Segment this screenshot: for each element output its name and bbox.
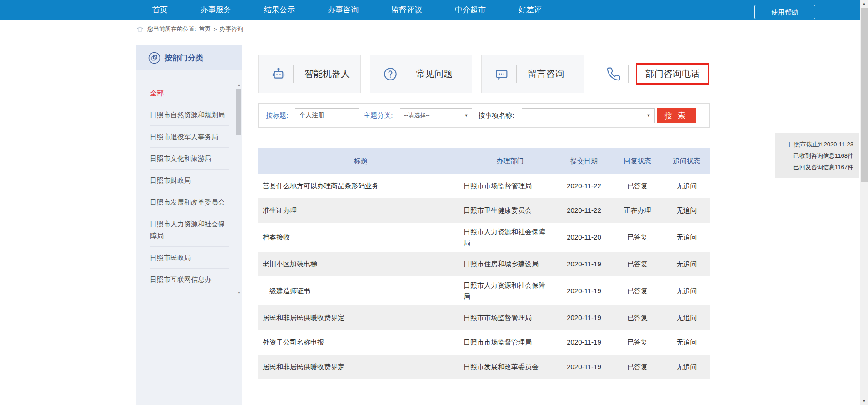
sidebar-item-7[interactable]: 日照市民政局 — [150, 247, 229, 269]
phone-icon — [606, 67, 621, 81]
page: 首页办事服务结果公示办事咨询监督评议中介超市好差评 使用帮助 您当前所在的位置:… — [0, 0, 868, 405]
table-row[interactable]: 二级建造师证书日照市人力资源和社会保障局2020-11-19已答复无追问 — [258, 276, 710, 305]
row-followup-status: 无追问 — [663, 305, 710, 330]
row-reply-status: 已答复 — [611, 276, 663, 305]
row-followup-status: 无追问 — [663, 174, 710, 198]
tab-label: 常见问题 — [416, 68, 453, 80]
topic-select[interactable]: --请选择-- ▼ — [400, 108, 472, 123]
sidebar-item-8[interactable]: 日照市互联网信息办 — [150, 269, 229, 290]
row-reply-status: 已答复 — [611, 330, 663, 355]
row-followup-status: 无追问 — [663, 276, 710, 305]
table-row[interactable]: 准生证办理日照市卫生健康委员会2020-11-22正在办理无追问 — [258, 198, 710, 223]
row-followup-status: 无追问 — [663, 198, 710, 223]
topic-select-value: --请选择-- — [404, 111, 429, 120]
table-row[interactable]: 莒县什么地方可以办理商品条形码业务日照市市场监督管理局2020-11-22已答复… — [258, 174, 710, 198]
row-department: 日照市卫生健康委员会 — [464, 198, 557, 223]
row-reply-status: 已答复 — [611, 174, 663, 198]
column-header: 追问状态 — [663, 148, 710, 174]
nav-item-6[interactable]: 好差评 — [519, 0, 542, 20]
sidebar-item-5[interactable]: 日照市发展和改革委员会 — [150, 191, 229, 213]
row-title[interactable]: 准生证办理 — [258, 198, 464, 223]
row-title[interactable]: 居民和非居民供暖收费界定 — [258, 355, 464, 379]
row-reply-status: 已答复 — [611, 223, 663, 252]
scroll-up-icon[interactable]: ▲ — [860, 0, 868, 8]
home-icon — [136, 25, 144, 33]
tab-label-highlighted: 部门咨询电话 — [636, 63, 709, 85]
row-reply-status: 已答复 — [611, 355, 663, 379]
consult-tab-row: 智能机器人 常见问题 留言咨询 — [258, 55, 710, 93]
row-date: 2020-11-20 — [557, 223, 611, 252]
table-row[interactable]: 档案接收日照市人力资源和社会保障局2020-11-20已答复无追问 — [258, 223, 710, 252]
page-scrollbar[interactable]: ▲ ▼ — [860, 0, 868, 405]
sidebar-scrollbar-thumb[interactable] — [236, 89, 241, 135]
title-filter-input[interactable] — [295, 108, 359, 123]
table-row[interactable]: 外资子公司名称申报日照市市场监督管理局2020-11-19已答复无追问 — [258, 330, 710, 355]
row-title[interactable]: 莒县什么地方可以办理商品条形码业务 — [258, 174, 464, 198]
sidebar-item-3[interactable]: 日照市文化和旅游局 — [150, 148, 229, 170]
question-icon — [383, 67, 398, 81]
column-header: 回复状态 — [611, 148, 663, 174]
table-row[interactable]: 居民和非居民供暖收费界定日照市市场监督管理局2020-11-19已答复无追问 — [258, 305, 710, 330]
breadcrumb-home[interactable]: 首页 — [199, 25, 211, 33]
sidebar-item-1[interactable]: 日照市自然资源和规划局 — [150, 104, 229, 126]
sidebar-department-list: 全部日照市自然资源和规划局日照市退役军人事务局日照市文化和旅游局日照市财政局日照… — [136, 70, 242, 300]
column-header: 标题 — [258, 148, 464, 174]
chevron-down-icon: ▼ — [464, 113, 468, 118]
tab-leave-message[interactable]: 留言咨询 — [481, 55, 584, 93]
help-button[interactable]: 使用帮助 — [754, 5, 815, 19]
sidebar-department-panel: 按部门分类 全部日照市自然资源和规划局日照市退役军人事务局日照市文化和旅游局日照… — [136, 45, 242, 405]
row-title[interactable]: 档案接收 — [258, 223, 464, 252]
consult-stats-box: 日照市截止到2020-11-23已收到咨询信息1168件已回复咨询信息1167件 — [775, 133, 859, 178]
item-select[interactable]: ▼ — [522, 108, 655, 123]
tab-label: 智能机器人 — [304, 68, 350, 80]
column-header: 办理部门 — [464, 148, 557, 174]
divider — [628, 65, 629, 83]
category-icon — [148, 52, 160, 64]
row-department: 日照市发展和改革委员会 — [464, 355, 557, 379]
row-date: 2020-11-22 — [557, 174, 611, 198]
table-header-row: 标题办理部门提交日期回复状态追问状态 — [258, 148, 710, 174]
row-date: 2020-11-19 — [557, 252, 611, 276]
row-followup-status: 无追问 — [663, 330, 710, 355]
sidebar-item-4[interactable]: 日照市财政局 — [150, 170, 229, 191]
scroll-down-icon[interactable]: ▼ — [860, 397, 868, 405]
breadcrumb-current[interactable]: 办事咨询 — [219, 25, 243, 33]
nav-item-1[interactable]: 办事服务 — [200, 0, 231, 20]
nav-item-4[interactable]: 监督评议 — [391, 0, 422, 20]
chevron-down-icon: ▼ — [647, 113, 651, 118]
row-title[interactable]: 二级建造师证书 — [258, 276, 464, 305]
stats-line: 日照市截止到2020-11-23 — [780, 139, 853, 150]
sidebar-item-2[interactable]: 日照市退役军人事务局 — [150, 126, 229, 148]
sidebar-scroll-up-icon[interactable]: ▲ — [237, 83, 241, 87]
row-followup-status: 无追问 — [663, 355, 710, 379]
row-title[interactable]: 老旧小区加装电梯 — [258, 252, 464, 276]
row-department: 日照市市场监督管理局 — [464, 305, 557, 330]
nav-item-0[interactable]: 首页 — [152, 0, 168, 20]
table-row[interactable]: 居民和非居民供暖收费界定日照市发展和改革委员会2020-11-19已答复无追问 — [258, 355, 710, 379]
row-department: 日照市市场监督管理局 — [464, 174, 557, 198]
sidebar-scroll-down-icon[interactable]: ▼ — [237, 291, 241, 295]
page-scrollbar-thumb[interactable] — [861, 8, 868, 182]
sidebar-title: 按部门分类 — [165, 53, 203, 63]
tab-department-phone[interactable]: 部门咨询电话 — [593, 55, 710, 93]
breadcrumb: 您当前所在的位置: 首页 > 办事咨询 — [136, 20, 243, 38]
tab-faq[interactable]: 常见问题 — [370, 55, 473, 93]
sidebar-item-6[interactable]: 日照市人力资源和社会保障局 — [150, 213, 229, 247]
nav-item-5[interactable]: 中介超市 — [455, 0, 486, 20]
row-title[interactable]: 居民和非居民供暖收费界定 — [258, 305, 464, 330]
row-date: 2020-11-22 — [557, 198, 611, 223]
tab-smart-robot[interactable]: 智能机器人 — [258, 55, 361, 93]
nav-item-3[interactable]: 办事咨询 — [328, 0, 359, 20]
search-button[interactable]: 搜 索 — [657, 108, 696, 123]
row-department: 日照市人力资源和社会保障局 — [464, 223, 557, 252]
sidebar-item-0[interactable]: 全部 — [150, 82, 229, 104]
title-filter-label: 按标题: — [266, 111, 288, 120]
nav-item-2[interactable]: 结果公示 — [264, 0, 295, 20]
row-date: 2020-11-19 — [557, 330, 611, 355]
consultation-table: 标题办理部门提交日期回复状态追问状态 莒县什么地方可以办理商品条形码业务日照市市… — [258, 148, 710, 379]
stats-line: 已回复咨询信息1167件 — [780, 161, 853, 173]
divider — [405, 65, 405, 83]
row-title[interactable]: 外资子公司名称申报 — [258, 330, 464, 355]
nav-list: 首页办事服务结果公示办事咨询监督评议中介超市好差评 — [152, 0, 542, 20]
table-row[interactable]: 老旧小区加装电梯日照市住房和城乡建设局2020-11-19已答复无追问 — [258, 252, 710, 276]
